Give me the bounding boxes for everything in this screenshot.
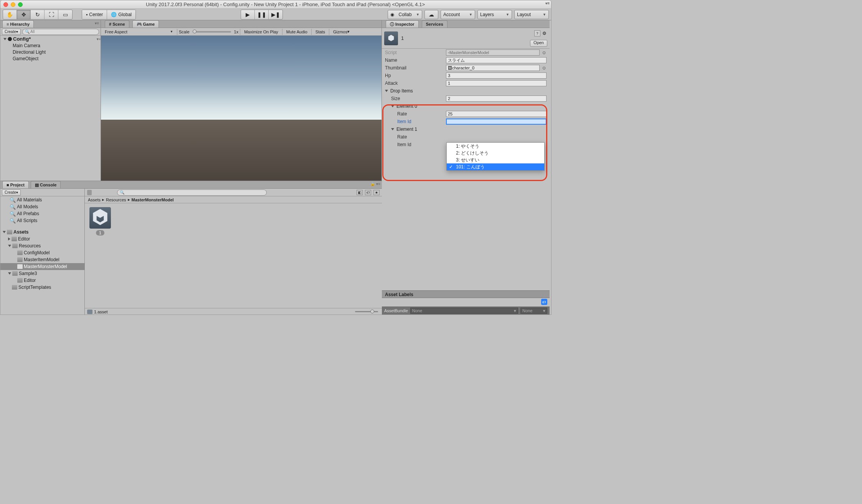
hierarchy-options-icon[interactable]: ▾≡ — [95, 21, 99, 25]
rotate-tool[interactable]: ↻ — [31, 10, 45, 19]
hp-field[interactable]: 3 — [446, 72, 547, 79]
collab-dropdown[interactable]: ◉ Collab▼ — [388, 10, 422, 19]
assetbundle-variant-dropdown[interactable]: None▾ — [520, 308, 547, 314]
favorite-item[interactable]: 🔍All Models — [0, 203, 84, 210]
scene-tab[interactable]: # Scene — [105, 20, 129, 28]
name-label: Name — [385, 58, 444, 63]
element1-label: Element 1 — [396, 127, 417, 132]
expand-icon[interactable] — [8, 272, 11, 275]
script-field[interactable]: ▫ MasterMonsterModel — [446, 49, 540, 56]
filter-type-icon[interactable]: ◧ — [357, 190, 363, 195]
layers-dropdown[interactable]: Layers▼ — [477, 10, 512, 19]
assetbundle-name-dropdown[interactable]: None▾ — [410, 308, 518, 314]
expand-icon[interactable] — [391, 105, 394, 107]
move-tool[interactable]: ✥ — [17, 10, 31, 19]
console-tab[interactable]: ▤ Console — [31, 181, 61, 188]
hierarchy-create[interactable]: Create ▾ — [2, 29, 21, 35]
expand-icon[interactable] — [391, 128, 394, 130]
game-tab[interactable]: 🎮 Game — [132, 20, 159, 28]
folder-item[interactable]: MasterItemModel — [0, 256, 84, 263]
breadcrumb-item[interactable]: Assets — [88, 198, 101, 202]
project-search[interactable]: 🔍 — [117, 189, 267, 196]
folder-item[interactable]: ScriptTemplates — [0, 284, 84, 291]
play-button[interactable]: ▶ — [241, 10, 255, 19]
scale-slider[interactable] — [193, 31, 231, 33]
rate-field[interactable]: 25 — [446, 111, 547, 117]
scale-label: Scale — [179, 30, 190, 34]
itemid-dropdown[interactable] — [446, 119, 547, 125]
aspect-dropdown[interactable]: Free Aspect▼ — [102, 29, 175, 35]
rate-label: Rate — [397, 134, 444, 140]
inspector-tab[interactable]: ⓘ Inspector — [386, 20, 419, 28]
mute-audio[interactable]: Mute Audio — [284, 29, 310, 35]
rate-label: Rate — [397, 111, 444, 117]
size-field[interactable]: 2 — [446, 96, 547, 102]
window-minimize[interactable] — [11, 2, 15, 7]
open-button[interactable]: Open — [530, 40, 547, 47]
thumbnail-field[interactable]: 🖼 character_0 — [446, 65, 540, 71]
stats[interactable]: Stats — [313, 29, 327, 35]
main-toolbar: ✋ ✥ ↻ ⛶ ▭ ▪ Center 🌐 Global ▶ ❚❚ ▶❚ ◉ Co… — [0, 9, 551, 20]
name-field[interactable]: スライム — [446, 57, 547, 63]
services-tab[interactable]: Services — [422, 20, 448, 28]
assets-root[interactable]: Assets — [0, 229, 84, 236]
filter-fav-icon[interactable]: ★ — [373, 190, 380, 195]
dropdown-option-selected[interactable]: 101: こんぼう — [447, 163, 544, 170]
hand-tool[interactable]: ✋ — [3, 10, 17, 19]
object-picker-icon[interactable]: ⊙ — [541, 66, 547, 71]
step-button[interactable]: ▶❚ — [269, 10, 282, 19]
folder-item[interactable]: Resources — [0, 242, 84, 249]
scroll-up-icon[interactable] — [87, 190, 92, 195]
project-tab[interactable]: ■ Project — [2, 181, 29, 188]
asset-item[interactable]: 1 — [89, 207, 112, 236]
gear-icon[interactable]: ⚙ — [541, 30, 547, 36]
attack-field[interactable]: 1 — [446, 80, 547, 86]
grid-size-slider[interactable] — [355, 310, 378, 313]
hierarchy-item[interactable]: Main Camera — [0, 42, 101, 49]
help-icon[interactable]: ? — [534, 30, 540, 36]
favorite-item[interactable]: 🔍All Materials — [0, 196, 84, 203]
project-options-icon[interactable]: 🔒 ▾≡ — [370, 182, 380, 186]
breadcrumb-item[interactable]: MasterMonsterModel — [132, 198, 174, 202]
project-create[interactable]: Create ▾ — [2, 189, 21, 196]
unity-asset-icon — [89, 207, 111, 229]
expand-icon[interactable] — [385, 90, 388, 92]
favorite-item[interactable]: 🔍All Scripts — [0, 217, 84, 224]
expand-icon[interactable] — [3, 231, 6, 233]
hierarchy-search[interactable]: 🔍All — [22, 29, 99, 35]
favorite-item[interactable]: 🔍All Prefabs — [0, 210, 84, 217]
expand-icon[interactable] — [8, 237, 10, 240]
account-dropdown[interactable]: Account▼ — [441, 10, 475, 19]
folder-item-selected[interactable]: MasterMonsterModel — [0, 263, 84, 270]
folder-item[interactable]: ConfigModel — [0, 249, 84, 256]
dropdown-option[interactable]: 3: せいすい — [447, 156, 544, 163]
pause-button[interactable]: ❚❚ — [255, 10, 269, 19]
window-maximize[interactable] — [18, 2, 23, 7]
hierarchy-tab[interactable]: ≡ Hierarchy — [2, 20, 34, 28]
space-toggle[interactable]: 🌐 Global — [107, 10, 135, 19]
cloud-button[interactable]: ☁ — [424, 10, 438, 19]
expand-icon[interactable] — [3, 38, 7, 40]
pivot-toggle[interactable]: ▪ Center — [82, 10, 107, 19]
dropdown-option[interactable]: 2: どくけしそう — [447, 150, 544, 156]
layout-dropdown[interactable]: Layout▼ — [514, 10, 549, 19]
hierarchy-item[interactable]: GameObject — [0, 55, 101, 62]
folder-item[interactable]: Editor — [0, 277, 84, 284]
filter-label-icon[interactable]: 🏷 — [365, 190, 371, 195]
rect-tool[interactable]: ▭ — [58, 10, 72, 19]
breadcrumb-item[interactable]: Resources — [106, 198, 126, 202]
scene-root[interactable]: ⬣ Config*▾≡ — [0, 36, 101, 42]
folder-item[interactable]: Editor — [0, 236, 84, 242]
window-close[interactable] — [3, 2, 8, 7]
folder-item[interactable]: Sample3 — [0, 270, 84, 277]
tag-icon[interactable]: 🏷 — [541, 299, 547, 305]
expand-icon[interactable] — [8, 245, 11, 247]
dropdown-option[interactable]: 1: やくそう — [447, 143, 544, 150]
object-picker-icon[interactable]: ⊙ — [541, 50, 547, 55]
maximize-on-play[interactable]: Maximize On Play — [242, 29, 281, 35]
inspector-options-icon[interactable]: ▾≡ — [545, 1, 550, 5]
gizmos-dropdown[interactable]: Gizmos ▾ — [331, 29, 352, 35]
scale-tool[interactable]: ⛶ — [45, 10, 58, 19]
assetbundle-label: AssetBundle — [384, 308, 408, 313]
hierarchy-item[interactable]: Directional Light — [0, 49, 101, 55]
